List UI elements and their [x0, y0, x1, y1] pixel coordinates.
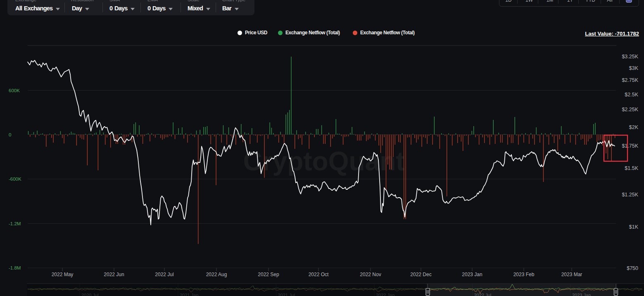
svg-text:2022 Jul: 2022 Jul	[155, 272, 173, 277]
svg-text:$2.25K: $2.25K	[622, 107, 638, 112]
svg-text:0: 0	[9, 132, 11, 137]
svg-text:2022 Nov: 2022 Nov	[360, 272, 381, 277]
svg-text:2023 Feb: 2023 Feb	[513, 272, 535, 277]
svg-text:2023 Jan: 2023 Jan	[572, 293, 591, 296]
svg-text:$2.5K: $2.5K	[625, 92, 638, 98]
svg-text:$750: $750	[627, 265, 638, 271]
svg-text:$3K: $3K	[629, 65, 639, 71]
svg-text:2022 Jul: 2022 Jul	[474, 293, 492, 296]
svg-text:2023 Mar: 2023 Mar	[561, 272, 582, 277]
svg-text:-1.2M: -1.2M	[9, 221, 21, 226]
svg-text:-1.8M: -1.8M	[9, 265, 21, 270]
svg-text:2022 Oct: 2022 Oct	[309, 272, 329, 277]
svg-text:$2.75K: $2.75K	[622, 77, 638, 83]
svg-text:600K: 600K	[9, 88, 20, 93]
svg-text:$1.5K: $1.5K	[625, 165, 638, 171]
svg-text:2023 Jan: 2023 Jan	[462, 272, 482, 277]
svg-text:$1K: $1K	[629, 224, 639, 230]
svg-text:$1.25K: $1.25K	[622, 192, 638, 198]
svg-text:2022 May: 2022 May	[52, 272, 74, 277]
svg-text:$3.25K: $3.25K	[622, 54, 638, 60]
svg-text:2022 Sep: 2022 Sep	[258, 272, 279, 277]
svg-text:$1.75K: $1.75K	[622, 143, 638, 149]
svg-text:$2K: $2K	[629, 124, 639, 130]
svg-text:2022 Jun: 2022 Jun	[104, 272, 124, 277]
svg-text:2022 Aug: 2022 Aug	[206, 272, 227, 277]
svg-text:-600K: -600K	[9, 177, 21, 181]
svg-text:2022 Dec: 2022 Dec	[410, 272, 431, 277]
